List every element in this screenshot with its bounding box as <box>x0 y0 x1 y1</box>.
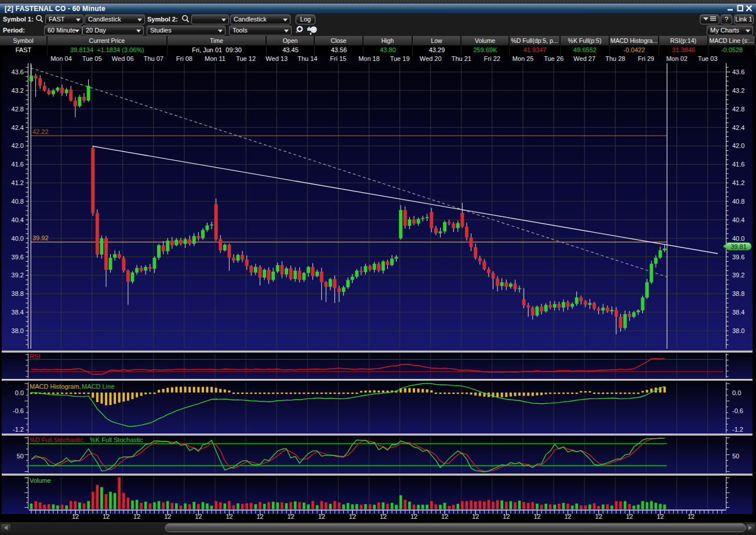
svg-text:Mon 11: Mon 11 <box>205 55 226 62</box>
svg-text:38.8: 38.8 <box>732 290 744 297</box>
svg-text:12: 12 <box>595 513 602 520</box>
svg-text:12: 12 <box>288 513 295 520</box>
svg-text:40.8: 40.8 <box>12 198 24 205</box>
svg-text:12: 12 <box>564 513 571 520</box>
svg-text:38.8: 38.8 <box>12 290 24 297</box>
svg-text:39.81: 39.81 <box>730 243 747 250</box>
svg-text:Wed 06: Wed 06 <box>112 55 134 62</box>
svg-text:Fri 29: Fri 29 <box>638 55 654 62</box>
svg-text:12: 12 <box>657 513 664 520</box>
svg-text:39.92: 39.92 <box>32 234 49 241</box>
svg-text:38.4: 38.4 <box>12 309 24 316</box>
svg-text:41.6: 41.6 <box>12 161 24 168</box>
svg-text:-0.6: -0.6 <box>13 407 24 414</box>
svg-text:40.0: 40.0 <box>732 235 744 242</box>
svg-text:43.2: 43.2 <box>732 87 744 94</box>
svg-text:Fri 22: Fri 22 <box>484 55 500 62</box>
svg-text:12: 12 <box>626 513 633 520</box>
svg-text:12: 12 <box>441 513 448 520</box>
svg-text:Wed 27: Wed 27 <box>573 55 595 62</box>
svg-text:0.0: 0.0 <box>15 389 24 396</box>
svg-text:12: 12 <box>533 513 540 520</box>
svg-text:Wed 20: Wed 20 <box>420 55 442 62</box>
svg-text:12: 12 <box>256 513 263 520</box>
svg-text:12: 12 <box>380 513 387 520</box>
svg-text:Fri 15: Fri 15 <box>330 55 346 62</box>
svg-text:Thu 14: Thu 14 <box>297 55 317 62</box>
svg-text:42.4: 42.4 <box>12 124 24 131</box>
svg-text:41.2: 41.2 <box>12 179 24 186</box>
svg-text:40.4: 40.4 <box>732 216 744 223</box>
svg-text:50: 50 <box>17 453 24 460</box>
svg-text:12: 12 <box>688 513 695 520</box>
svg-text:38.0: 38.0 <box>732 327 744 334</box>
svg-text:42.8: 42.8 <box>12 106 24 113</box>
svg-text:%K Full Stochastic: %K Full Stochastic <box>88 436 143 443</box>
svg-text:39.6: 39.6 <box>12 254 24 261</box>
svg-text:Tue 19: Tue 19 <box>390 55 410 62</box>
svg-text:40.4: 40.4 <box>12 216 24 223</box>
svg-text:%D Full Stochastic,: %D Full Stochastic, <box>30 436 85 443</box>
svg-text:Tue 26: Tue 26 <box>544 55 564 62</box>
svg-text:Tue 05: Tue 05 <box>82 55 102 62</box>
svg-text:Fri 08: Fri 08 <box>176 55 192 62</box>
svg-text:38.0: 38.0 <box>12 327 24 334</box>
svg-text:50: 50 <box>732 453 739 460</box>
svg-text:12: 12 <box>164 513 171 520</box>
svg-text:Volume: Volume <box>30 477 51 484</box>
svg-text:12: 12 <box>226 513 232 520</box>
svg-text:Tue 03: Tue 03 <box>698 55 718 62</box>
svg-text:12: 12 <box>318 513 325 520</box>
svg-text:12: 12 <box>103 513 110 520</box>
svg-text:Mon 18: Mon 18 <box>358 55 380 62</box>
svg-text:Mon 04: Mon 04 <box>50 55 72 62</box>
svg-text:41.6: 41.6 <box>732 161 744 168</box>
svg-text:42.0: 42.0 <box>732 142 744 149</box>
svg-text:0.0: 0.0 <box>732 389 741 396</box>
svg-text:RSI: RSI <box>30 353 40 360</box>
svg-text:MACD Histogram,: MACD Histogram, <box>30 383 81 390</box>
svg-text:12: 12 <box>195 513 202 520</box>
svg-text:40.8: 40.8 <box>732 198 744 205</box>
svg-text:12: 12 <box>349 513 356 520</box>
svg-text:43.6: 43.6 <box>732 68 744 75</box>
svg-text:Thu 21: Thu 21 <box>452 55 471 62</box>
svg-text:42.8: 42.8 <box>732 106 744 113</box>
svg-text:42.0: 42.0 <box>12 142 24 149</box>
svg-text:Thu 28: Thu 28 <box>605 55 625 62</box>
svg-text:42.22: 42.22 <box>32 128 49 135</box>
svg-text:40.0: 40.0 <box>12 235 24 242</box>
svg-text:12: 12 <box>472 513 479 520</box>
svg-text:Tue 12: Tue 12 <box>236 55 256 62</box>
svg-text:39.6: 39.6 <box>732 254 744 261</box>
svg-text:MACD Line: MACD Line <box>80 383 114 390</box>
svg-text:Wed 13: Wed 13 <box>266 55 288 62</box>
svg-text:38.4: 38.4 <box>732 309 744 316</box>
svg-text:Mon 02: Mon 02 <box>666 55 688 62</box>
svg-text:-0.6: -0.6 <box>732 407 743 414</box>
svg-text:41.2: 41.2 <box>732 179 744 186</box>
svg-text:12: 12 <box>133 513 140 520</box>
svg-text:39.2: 39.2 <box>12 272 24 279</box>
svg-text:12: 12 <box>72 513 79 520</box>
svg-text:Thu 07: Thu 07 <box>144 55 163 62</box>
svg-text:43.6: 43.6 <box>12 68 24 75</box>
svg-text:39.2: 39.2 <box>732 272 744 279</box>
svg-text:42.4: 42.4 <box>732 124 744 131</box>
svg-text:43.2: 43.2 <box>12 87 24 94</box>
svg-text:12: 12 <box>503 513 510 520</box>
svg-text:-1.2: -1.2 <box>732 426 743 433</box>
svg-text:12: 12 <box>410 513 417 520</box>
svg-text:-1.2: -1.2 <box>13 426 24 433</box>
svg-text:Mon 25: Mon 25 <box>513 55 534 62</box>
